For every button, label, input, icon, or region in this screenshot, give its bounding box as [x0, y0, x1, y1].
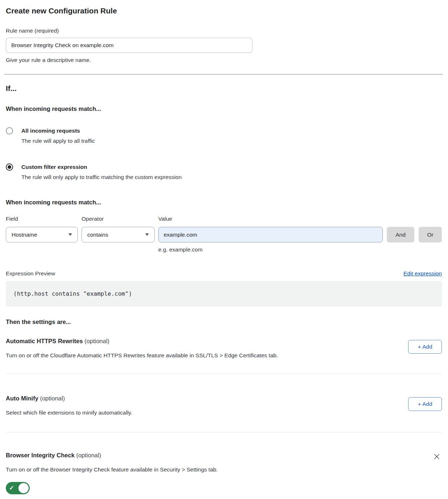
setting-optional-tag: (optional): [76, 452, 101, 458]
edit-expression-link[interactable]: Edit expression: [403, 270, 442, 278]
setting-title: Browser Integrity Check: [6, 452, 75, 458]
field-label: Field: [6, 215, 78, 223]
check-icon: ✓: [9, 484, 14, 492]
section-divider: [6, 432, 442, 432]
if-heading: If...: [6, 83, 442, 93]
chevron-down-icon: [68, 233, 72, 236]
remove-browser-integrity-check-button[interactable]: [433, 453, 441, 461]
operator-select[interactable]: contains: [81, 227, 155, 242]
setting-optional-tag: (optional): [40, 395, 65, 402]
operator-label: Operator: [81, 215, 155, 223]
setting-section-auto-minify: Auto Minify (optional) Select which file…: [6, 394, 442, 432]
rule-name-helper: Give your rule a descriptive name.: [6, 56, 442, 64]
expression-preview-label: Expression Preview: [6, 270, 55, 278]
top-divider: [4, 74, 443, 75]
setting-description: Select which file extensions to minify a…: [6, 409, 132, 416]
close-icon: [434, 453, 440, 460]
then-settings-heading: Then the settings are...: [6, 317, 442, 326]
setting-title: Automatic HTTPS Rewrites: [6, 338, 83, 344]
field-select[interactable]: Hostname: [6, 227, 78, 242]
value-helper: e.g. example.com: [158, 246, 383, 253]
chevron-down-icon: [145, 233, 149, 236]
page-title: Create new Configuration Rule: [6, 6, 442, 16]
radio-label[interactable]: All incoming requests: [21, 127, 95, 134]
section-divider: [6, 374, 442, 374]
add-auto-minify-button[interactable]: + Add: [408, 397, 442, 411]
toggle-knob: [18, 483, 29, 493]
rule-name-label: Rule name (required): [6, 27, 442, 35]
create-configuration-rule-form: Create new Configuration Rule Rule name …: [0, 0, 448, 496]
expression-preview-code: (http.host contains "example.com"): [6, 281, 442, 307]
radio-description: The rule will apply to all traffic: [21, 137, 95, 145]
setting-title: Auto Minify: [6, 395, 38, 402]
add-automatic-https-rewrites-button[interactable]: + Add: [408, 340, 442, 354]
and-button[interactable]: And: [387, 227, 414, 242]
radio-option-custom-filter[interactable]: Custom filter expression The rule will o…: [6, 163, 442, 181]
match-subheading: When incoming requests match...: [6, 104, 442, 113]
expression-builder-row: Field Hostname Operator contains Value e…: [6, 215, 442, 253]
radio-option-all-requests[interactable]: All incoming requests The rule will appl…: [6, 127, 442, 145]
value-label: Value: [158, 215, 383, 223]
field-select-value: Hostname: [12, 232, 37, 238]
radio-description: The rule will only apply to traffic matc…: [21, 173, 182, 181]
setting-description: Turn on or off the Cloudflare Automatic …: [6, 352, 278, 359]
operator-select-value: contains: [87, 232, 108, 238]
radio-label[interactable]: Custom filter expression: [21, 163, 182, 171]
value-input[interactable]: [158, 227, 383, 242]
rule-name-input[interactable]: [6, 38, 252, 53]
filter-heading: When incoming requests match...: [6, 198, 442, 207]
setting-section-automatic-https-rewrites: Automatic HTTPS Rewrites (optional) Turn…: [6, 337, 442, 374]
setting-section-browser-integrity-check: Browser Integrity Check (optional) Turn …: [6, 451, 442, 496]
browser-integrity-check-toggle[interactable]: ✓: [6, 482, 30, 494]
setting-optional-tag: (optional): [84, 338, 109, 344]
radio-custom-filter-expression[interactable]: [6, 163, 13, 171]
radio-all-incoming-requests[interactable]: [6, 127, 13, 134]
or-button[interactable]: Or: [419, 227, 442, 242]
setting-description: Turn on or off the Browser Integrity Che…: [6, 466, 218, 473]
